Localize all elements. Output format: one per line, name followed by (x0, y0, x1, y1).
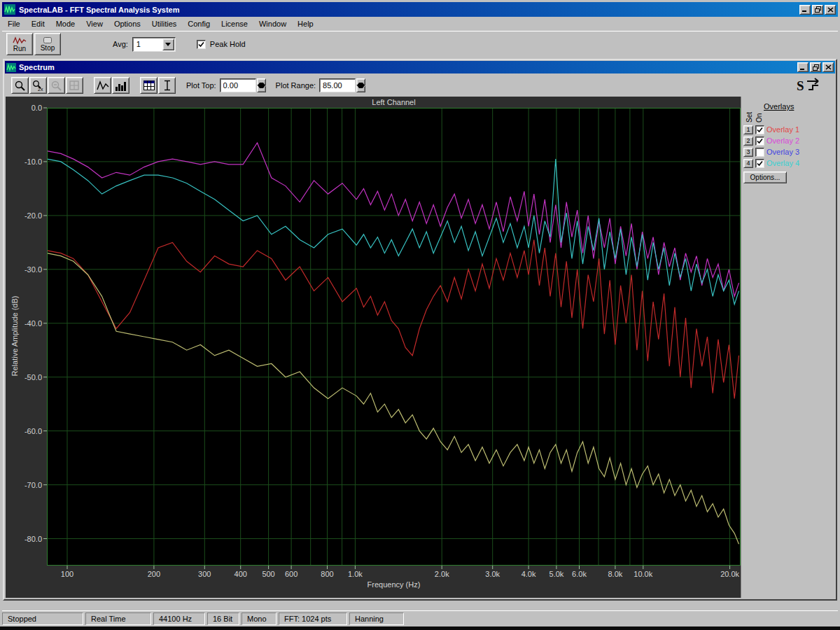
svg-text:S: S (797, 78, 804, 93)
x-tick-label: 8.0k (608, 570, 622, 578)
x-tick-label: 6.0k (572, 570, 587, 578)
plot-range-input[interactable] (319, 78, 356, 92)
x-tick-label: 600 (285, 570, 298, 578)
overlay-label-3[interactable]: Overlay 3 (766, 148, 799, 156)
y-tick-label: -70.0 (6, 481, 42, 489)
zoom-2x-button[interactable]: 2x (29, 77, 47, 94)
y-tick-label: 0.0 (6, 104, 42, 112)
avg-label: Avg: (113, 40, 128, 48)
run-waveform-icon (13, 36, 27, 45)
avg-value: 1 (136, 40, 141, 48)
spectraplus-logo-icon: S (795, 76, 825, 96)
overlay-col-set: Set (746, 112, 753, 122)
overlay-set-button-3[interactable]: 3 (743, 148, 753, 157)
window-title: SpectraLAB - FFT Spectral Analysis Syste… (19, 6, 798, 14)
marker-tool-button[interactable] (158, 77, 176, 94)
menu-view[interactable]: View (80, 18, 108, 29)
close-button[interactable] (825, 5, 836, 15)
zoom-back-icon (50, 80, 62, 92)
overlay-set-button-1[interactable]: 1 (743, 125, 753, 134)
menu-config[interactable]: Config (182, 18, 216, 29)
overlay-checkbox-2[interactable] (755, 136, 764, 146)
overlay-options-button[interactable]: Options... (743, 172, 787, 183)
avg-select[interactable]: 1 (132, 37, 176, 52)
minimize-button[interactable] (799, 5, 811, 15)
x-tick-label: 100 (61, 570, 74, 578)
status-panel-real-time: Real Time (85, 612, 151, 625)
overlay-checkbox-4[interactable] (755, 159, 764, 168)
stop-label: Stop (41, 44, 55, 52)
overlay-panel: Overlays Set On 1Overlay 12Overlay 23Ove… (741, 97, 834, 598)
plot-top-label: Plot Top: (186, 81, 216, 90)
minimize-icon (802, 7, 808, 12)
status-panel-44100-hz: 44100 Hz (153, 612, 205, 625)
overlay-label-2[interactable]: Overlay 2 (766, 136, 799, 145)
zoom-back-button[interactable] (48, 77, 65, 94)
plot-top-spin-up[interactable] (257, 78, 266, 85)
overlay-row-4: 4Overlay 4 (743, 158, 799, 169)
menu-utilities[interactable]: Utilities (146, 18, 182, 29)
check-icon (757, 127, 763, 133)
spectrum-title-bar: Spectrum (5, 61, 835, 74)
close-icon (827, 7, 834, 13)
bar-plot-button[interactable] (112, 77, 130, 94)
line-plot-button[interactable] (94, 77, 111, 94)
x-tick-label: 5.0k (550, 570, 564, 578)
magnifier-2x-icon: 2x (32, 80, 44, 92)
stop-button[interactable]: Stop (34, 33, 61, 55)
status-panel-mono: Mono (241, 612, 276, 625)
spectrum-restore-button[interactable] (810, 62, 821, 72)
menu-license[interactable]: License (216, 18, 253, 29)
restore-button[interactable] (812, 5, 823, 15)
y-tick-label: -30.0 (6, 265, 42, 274)
overlay-rows: 1Overlay 12Overlay 23Overlay 34Overlay 4 (743, 124, 799, 169)
zoom-reset-button[interactable] (66, 77, 83, 94)
spectrum-plot-svg[interactable] (47, 108, 741, 566)
y-axis-label: Relative Amplitude (dB) (10, 266, 19, 406)
plot-range-spin-down[interactable] (356, 85, 365, 92)
plot-range-spin-up[interactable] (356, 78, 365, 85)
x-tick-label: 4.0k (522, 570, 536, 578)
plot-top-spin-down[interactable] (257, 85, 266, 92)
zoom-button[interactable] (11, 77, 29, 94)
spectrum-window: Spectrum 2x Plot Top: Plot Range: (3, 59, 837, 601)
status-panel-hanning: Hanning (349, 612, 404, 625)
overlay-set-button-4[interactable]: 4 (743, 159, 753, 168)
magnifier-icon (14, 80, 26, 92)
chevron-down-icon (165, 43, 171, 46)
data-table-button[interactable] (140, 77, 158, 94)
x-tick-label: 10.0k (634, 570, 652, 578)
avg-dropdown-button[interactable] (162, 38, 174, 50)
plot-top-input[interactable] (220, 78, 256, 92)
menu-edit[interactable]: Edit (26, 18, 50, 29)
spectrum-minimize-button[interactable] (797, 62, 808, 72)
overlay-checkbox-3[interactable] (755, 148, 764, 157)
spectrum-close-button[interactable] (822, 62, 834, 72)
spinner-up-icon (357, 78, 365, 85)
x-tick-label: 200 (148, 570, 160, 578)
check-icon (757, 160, 763, 167)
peak-hold-checkbox[interactable] (197, 40, 206, 49)
menu-options[interactable]: Options (108, 18, 146, 29)
x-tick-label: 500 (262, 570, 274, 578)
check-icon (757, 138, 763, 144)
spectrum-window-title: Spectrum (19, 63, 796, 71)
restore-icon (815, 6, 821, 13)
menu-mode[interactable]: Mode (50, 18, 81, 29)
check-icon (198, 41, 204, 48)
spinner-down-icon (357, 85, 365, 92)
menu-help[interactable]: Help (292, 18, 319, 29)
close-icon (825, 64, 832, 70)
menu-file[interactable]: File (2, 18, 26, 29)
overlay-label-4[interactable]: Overlay 4 (766, 159, 799, 167)
overlay-set-button-2[interactable]: 2 (743, 136, 753, 146)
curve-icon (97, 80, 109, 91)
plot-title: Left Channel (47, 98, 741, 106)
run-button[interactable]: Run (6, 33, 33, 55)
menu-window[interactable]: Window (253, 18, 292, 29)
overlay-checkbox-1[interactable] (755, 125, 764, 134)
overlay-label-1[interactable]: Overlay 1 (766, 125, 799, 134)
plot-area: Left Channel Relative Amplitude (dB) 0.0… (6, 97, 741, 598)
x-tick-label: 300 (198, 570, 211, 578)
x-tick-label: 800 (321, 570, 333, 578)
